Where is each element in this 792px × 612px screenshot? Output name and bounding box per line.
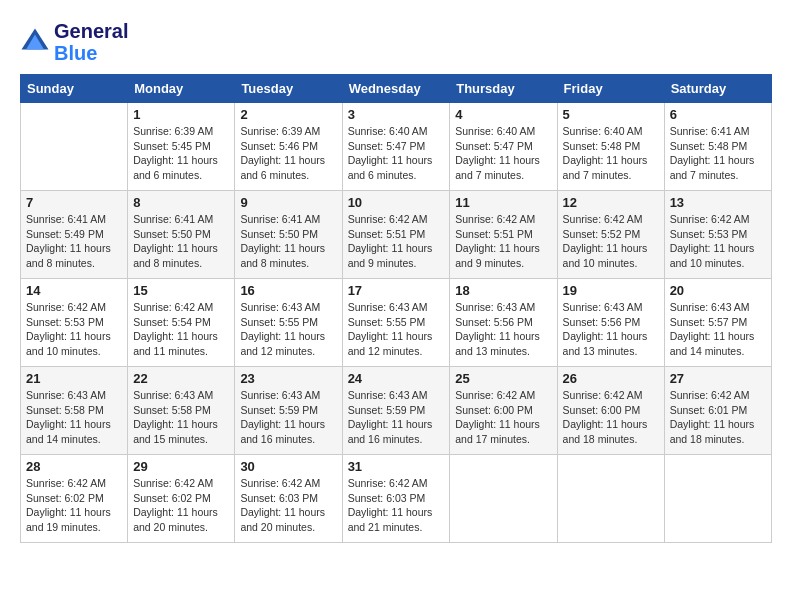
logo-text-line1: General [54, 20, 128, 42]
day-info: Sunrise: 6:43 AMSunset: 5:56 PMDaylight:… [455, 300, 551, 359]
day-info: Sunrise: 6:42 AMSunset: 5:53 PMDaylight:… [26, 300, 122, 359]
day-number: 28 [26, 459, 122, 474]
day-cell: 23Sunrise: 6:43 AMSunset: 5:59 PMDayligh… [235, 367, 342, 455]
calendar: SundayMondayTuesdayWednesdayThursdayFrid… [20, 74, 772, 543]
day-cell: 28Sunrise: 6:42 AMSunset: 6:02 PMDayligh… [21, 455, 128, 543]
day-number: 22 [133, 371, 229, 386]
day-cell: 12Sunrise: 6:42 AMSunset: 5:52 PMDayligh… [557, 191, 664, 279]
week-row-1: 7Sunrise: 6:41 AMSunset: 5:49 PMDaylight… [21, 191, 772, 279]
day-number: 20 [670, 283, 766, 298]
day-info: Sunrise: 6:43 AMSunset: 5:59 PMDaylight:… [348, 388, 445, 447]
week-row-2: 14Sunrise: 6:42 AMSunset: 5:53 PMDayligh… [21, 279, 772, 367]
day-number: 3 [348, 107, 445, 122]
day-cell: 1Sunrise: 6:39 AMSunset: 5:45 PMDaylight… [128, 103, 235, 191]
day-cell [664, 455, 771, 543]
day-number: 26 [563, 371, 659, 386]
day-info: Sunrise: 6:43 AMSunset: 5:56 PMDaylight:… [563, 300, 659, 359]
weekday-header-monday: Monday [128, 75, 235, 103]
day-number: 10 [348, 195, 445, 210]
week-row-3: 21Sunrise: 6:43 AMSunset: 5:58 PMDayligh… [21, 367, 772, 455]
day-number: 17 [348, 283, 445, 298]
day-number: 4 [455, 107, 551, 122]
logo-text-line2: Blue [54, 42, 128, 64]
page: General Blue SundayMondayTuesdayWednesda… [0, 0, 792, 553]
day-info: Sunrise: 6:40 AMSunset: 5:47 PMDaylight:… [455, 124, 551, 183]
day-number: 13 [670, 195, 766, 210]
weekday-header-saturday: Saturday [664, 75, 771, 103]
header: General Blue [20, 20, 772, 64]
day-info: Sunrise: 6:42 AMSunset: 6:03 PMDaylight:… [348, 476, 445, 535]
weekday-header-tuesday: Tuesday [235, 75, 342, 103]
day-cell: 9Sunrise: 6:41 AMSunset: 5:50 PMDaylight… [235, 191, 342, 279]
weekday-header-row: SundayMondayTuesdayWednesdayThursdayFrid… [21, 75, 772, 103]
day-info: Sunrise: 6:42 AMSunset: 6:03 PMDaylight:… [240, 476, 336, 535]
day-info: Sunrise: 6:41 AMSunset: 5:50 PMDaylight:… [133, 212, 229, 271]
day-info: Sunrise: 6:43 AMSunset: 5:58 PMDaylight:… [133, 388, 229, 447]
day-number: 9 [240, 195, 336, 210]
day-info: Sunrise: 6:42 AMSunset: 5:53 PMDaylight:… [670, 212, 766, 271]
day-info: Sunrise: 6:39 AMSunset: 5:46 PMDaylight:… [240, 124, 336, 183]
day-number: 29 [133, 459, 229, 474]
day-info: Sunrise: 6:42 AMSunset: 6:01 PMDaylight:… [670, 388, 766, 447]
day-info: Sunrise: 6:42 AMSunset: 5:54 PMDaylight:… [133, 300, 229, 359]
day-number: 16 [240, 283, 336, 298]
day-cell: 18Sunrise: 6:43 AMSunset: 5:56 PMDayligh… [450, 279, 557, 367]
day-info: Sunrise: 6:43 AMSunset: 5:59 PMDaylight:… [240, 388, 336, 447]
day-number: 21 [26, 371, 122, 386]
day-info: Sunrise: 6:42 AMSunset: 6:02 PMDaylight:… [26, 476, 122, 535]
logo: General Blue [20, 20, 128, 64]
day-number: 25 [455, 371, 551, 386]
day-cell: 13Sunrise: 6:42 AMSunset: 5:53 PMDayligh… [664, 191, 771, 279]
day-info: Sunrise: 6:41 AMSunset: 5:50 PMDaylight:… [240, 212, 336, 271]
day-number: 11 [455, 195, 551, 210]
day-cell: 22Sunrise: 6:43 AMSunset: 5:58 PMDayligh… [128, 367, 235, 455]
day-cell: 5Sunrise: 6:40 AMSunset: 5:48 PMDaylight… [557, 103, 664, 191]
day-cell: 27Sunrise: 6:42 AMSunset: 6:01 PMDayligh… [664, 367, 771, 455]
day-number: 14 [26, 283, 122, 298]
day-info: Sunrise: 6:42 AMSunset: 6:02 PMDaylight:… [133, 476, 229, 535]
day-number: 12 [563, 195, 659, 210]
day-number: 27 [670, 371, 766, 386]
weekday-header-thursday: Thursday [450, 75, 557, 103]
day-number: 31 [348, 459, 445, 474]
day-number: 1 [133, 107, 229, 122]
day-cell: 26Sunrise: 6:42 AMSunset: 6:00 PMDayligh… [557, 367, 664, 455]
weekday-header-wednesday: Wednesday [342, 75, 450, 103]
day-cell: 30Sunrise: 6:42 AMSunset: 6:03 PMDayligh… [235, 455, 342, 543]
week-row-0: 1Sunrise: 6:39 AMSunset: 5:45 PMDaylight… [21, 103, 772, 191]
week-row-4: 28Sunrise: 6:42 AMSunset: 6:02 PMDayligh… [21, 455, 772, 543]
day-info: Sunrise: 6:42 AMSunset: 6:00 PMDaylight:… [563, 388, 659, 447]
day-info: Sunrise: 6:43 AMSunset: 5:57 PMDaylight:… [670, 300, 766, 359]
day-cell: 15Sunrise: 6:42 AMSunset: 5:54 PMDayligh… [128, 279, 235, 367]
day-cell: 31Sunrise: 6:42 AMSunset: 6:03 PMDayligh… [342, 455, 450, 543]
day-cell [21, 103, 128, 191]
day-number: 6 [670, 107, 766, 122]
day-cell: 11Sunrise: 6:42 AMSunset: 5:51 PMDayligh… [450, 191, 557, 279]
day-cell: 8Sunrise: 6:41 AMSunset: 5:50 PMDaylight… [128, 191, 235, 279]
day-number: 19 [563, 283, 659, 298]
day-cell: 21Sunrise: 6:43 AMSunset: 5:58 PMDayligh… [21, 367, 128, 455]
day-info: Sunrise: 6:40 AMSunset: 5:47 PMDaylight:… [348, 124, 445, 183]
day-number: 2 [240, 107, 336, 122]
logo-icon [20, 27, 50, 57]
day-cell: 25Sunrise: 6:42 AMSunset: 6:00 PMDayligh… [450, 367, 557, 455]
day-number: 24 [348, 371, 445, 386]
day-number: 18 [455, 283, 551, 298]
day-cell: 14Sunrise: 6:42 AMSunset: 5:53 PMDayligh… [21, 279, 128, 367]
day-cell: 20Sunrise: 6:43 AMSunset: 5:57 PMDayligh… [664, 279, 771, 367]
day-cell [557, 455, 664, 543]
day-info: Sunrise: 6:42 AMSunset: 5:52 PMDaylight:… [563, 212, 659, 271]
day-info: Sunrise: 6:42 AMSunset: 6:00 PMDaylight:… [455, 388, 551, 447]
day-info: Sunrise: 6:43 AMSunset: 5:58 PMDaylight:… [26, 388, 122, 447]
day-info: Sunrise: 6:39 AMSunset: 5:45 PMDaylight:… [133, 124, 229, 183]
day-cell: 10Sunrise: 6:42 AMSunset: 5:51 PMDayligh… [342, 191, 450, 279]
day-number: 5 [563, 107, 659, 122]
day-cell: 17Sunrise: 6:43 AMSunset: 5:55 PMDayligh… [342, 279, 450, 367]
day-cell [450, 455, 557, 543]
day-info: Sunrise: 6:41 AMSunset: 5:48 PMDaylight:… [670, 124, 766, 183]
day-cell: 2Sunrise: 6:39 AMSunset: 5:46 PMDaylight… [235, 103, 342, 191]
day-cell: 7Sunrise: 6:41 AMSunset: 5:49 PMDaylight… [21, 191, 128, 279]
day-cell: 16Sunrise: 6:43 AMSunset: 5:55 PMDayligh… [235, 279, 342, 367]
day-info: Sunrise: 6:42 AMSunset: 5:51 PMDaylight:… [455, 212, 551, 271]
day-cell: 6Sunrise: 6:41 AMSunset: 5:48 PMDaylight… [664, 103, 771, 191]
